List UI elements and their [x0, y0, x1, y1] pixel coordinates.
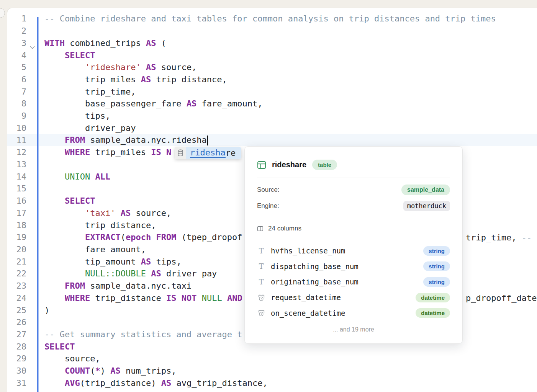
code-line-5[interactable]: 5 'rideshare' AS source, [7, 61, 537, 74]
code-text: 'rideshare' AS source, [44, 62, 196, 72]
line-number[interactable]: 23 [7, 281, 26, 291]
table-type-badge: table [312, 160, 337, 170]
line-number[interactable]: 31 [7, 378, 26, 388]
code-line-11[interactable]: 11 FROM sample_data.nyc.ridesha [7, 134, 537, 146]
code-line-9[interactable]: 9 tips, [7, 110, 537, 122]
code-text: trip_time, [44, 87, 136, 96]
info-label: Source: [257, 186, 280, 194]
code-text: UNION ALL [44, 172, 110, 181]
line-number[interactable]: 3 [7, 38, 26, 48]
line-number[interactable]: 5 [7, 62, 26, 72]
code-text: SELECT [44, 196, 95, 206]
line-number[interactable]: 2 [7, 26, 26, 36]
code-line-32[interactable]: 32 AVG(trip_time) AS avg_trip_time, [7, 389, 537, 392]
line-number[interactable]: 17 [7, 208, 26, 218]
code-line-29[interactable]: 29 source, [7, 353, 537, 365]
code-text: FROM sample_data.nyc.taxi [44, 281, 192, 291]
column-type-pill: string [423, 246, 450, 256]
autocomplete-suggestion[interactable]: rideshare [175, 147, 241, 159]
column-name: request_datetime [271, 293, 416, 302]
code-line-4[interactable]: 4 SELECT [7, 49, 537, 61]
code-text: WHERE trip_distance IS NOT NULL AND [44, 293, 242, 303]
columns-list: Thvfhs_license_numstringTdispatching_bas… [257, 239, 450, 321]
info-label: Engine: [257, 202, 279, 210]
column-item: request_datetimedatetime [257, 290, 450, 305]
code-text: ) [44, 305, 49, 315]
info-value-pill: motherduck [403, 201, 450, 211]
code-text-fragment: trip_time, -- [466, 232, 532, 242]
line-number[interactable]: 29 [7, 354, 26, 363]
code-text: WITH combined_trips AS ( [44, 38, 166, 48]
column-name: originating_base_num [271, 278, 423, 286]
line-number[interactable]: 32 [7, 390, 26, 392]
line-number[interactable]: 19 [7, 232, 26, 242]
line-number[interactable]: 22 [7, 269, 26, 278]
calendar-clock-icon [258, 294, 265, 301]
code-line-2[interactable]: 2 [7, 25, 537, 37]
code-text: AVG(trip_distance) AS avg_trip_distance, [44, 378, 268, 388]
autocomplete-rest-text: re [226, 148, 236, 158]
text-type-icon: T [259, 263, 264, 270]
line-number[interactable]: 30 [7, 366, 26, 376]
autocomplete-item-rideshare[interactable]: rideshare [186, 147, 241, 159]
line-number[interactable]: 11 [7, 136, 26, 145]
code-line-7[interactable]: 7 trip_time, [7, 85, 537, 98]
line-number[interactable]: 13 [7, 160, 26, 169]
column-type-pill: string [423, 277, 450, 287]
calendar-clock-icon [258, 309, 265, 317]
line-number[interactable]: 24 [7, 293, 26, 303]
line-number[interactable]: 12 [7, 147, 26, 157]
code-text: -- Combine rideshare and taxi tables for… [44, 14, 496, 23]
line-number[interactable]: 28 [7, 342, 26, 351]
line-number[interactable]: 7 [7, 87, 26, 96]
line-number[interactable]: 26 [7, 317, 26, 327]
line-number[interactable]: 20 [7, 245, 26, 254]
line-number[interactable]: 16 [7, 196, 26, 206]
column-name: hvfhs_license_num [271, 247, 423, 255]
code-text: EXTRACT(epoch FROM (tpep_dropof [44, 232, 242, 242]
column-type-pill: datetime [416, 308, 450, 318]
code-text: COUNT(*) AS num_trips, [44, 366, 176, 376]
autocomplete-match-text: ridesha [190, 148, 226, 158]
code-text: -- Get summary statistics and average t [44, 330, 242, 339]
line-number[interactable]: 8 [7, 99, 26, 108]
code-line-10[interactable]: 10 driver_pay [7, 122, 537, 134]
code-line-30[interactable]: 30 COUNT(*) AS num_trips, [7, 365, 537, 377]
code-line-8[interactable]: 8 base_passenger_fare AS fare_amount, [7, 98, 537, 110]
line-number[interactable]: 25 [7, 305, 26, 315]
code-text: SELECT [44, 342, 75, 351]
info-row: Engine:motherduck [257, 198, 450, 214]
code-text-fragment: p_dropoff_datet [466, 293, 537, 303]
line-number[interactable]: 18 [7, 220, 26, 230]
column-type-pill: string [423, 261, 450, 271]
column-name: on_scene_datetime [271, 309, 416, 317]
columns-icon [257, 225, 264, 232]
line-number[interactable]: 10 [7, 123, 26, 133]
line-number[interactable]: 15 [7, 184, 26, 193]
popup-title: rideshare [272, 160, 306, 169]
line-number[interactable]: 14 [7, 172, 26, 181]
code-text: base_passenger_fare AS fare_amount, [44, 99, 263, 108]
info-section: Source:sample_dataEngine:motherduck [257, 178, 450, 218]
code-text: SELECT [44, 51, 95, 60]
panel-edge-button[interactable] [0, 8, 5, 18]
code-text: AVG(trip_time) AS avg_trip_time, [44, 390, 227, 392]
table-icon [257, 160, 266, 170]
code-line-6[interactable]: 6 trip_miles AS trip_distance, [7, 74, 537, 86]
line-number[interactable]: 1 [7, 14, 26, 23]
line-number[interactable]: 27 [7, 330, 26, 339]
line-number[interactable]: 9 [7, 111, 26, 121]
line-number[interactable]: 6 [7, 75, 26, 84]
line-number[interactable]: 21 [7, 257, 26, 266]
column-item: on_scene_datetimedatetime [257, 305, 450, 321]
code-line-3[interactable]: 3WITH combined_trips AS ( [7, 37, 537, 49]
sql-editor-panel: 1-- Combine rideshare and taxi tables fo… [7, 8, 537, 392]
text-type-icon: T [259, 278, 264, 286]
column-name: dispatching_base_num [271, 262, 423, 271]
line-number[interactable]: 4 [7, 51, 26, 60]
info-row: Source:sample_data [257, 182, 450, 198]
code-text: source, [44, 354, 100, 363]
code-line-31[interactable]: 31 AVG(trip_distance) AS avg_trip_distan… [7, 377, 537, 389]
code-line-1[interactable]: 1-- Combine rideshare and taxi tables fo… [7, 13, 537, 25]
fold-chevron-icon[interactable] [29, 41, 36, 54]
